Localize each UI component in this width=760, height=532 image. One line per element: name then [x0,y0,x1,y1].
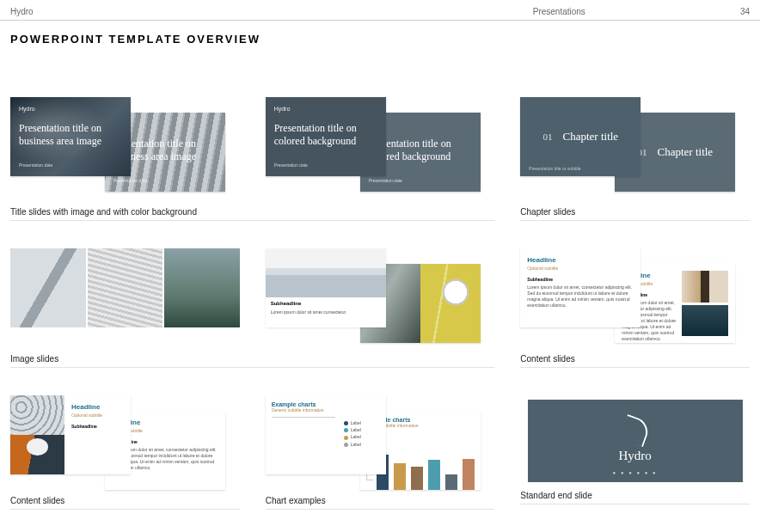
photo-machining [10,248,86,327]
chapter-number: 01 [543,131,553,142]
header-brand: Hydro [10,7,533,16]
slide-content-text: Headline Optional subtitle Subheadline L… [520,248,640,327]
thumb-stack-title-image: Hydro Presentation title on business are… [10,97,240,192]
content-body: Lorem ipsum dolor sit amet, consectetur … [527,284,634,309]
slide-logo: Hydro [274,106,377,112]
caption-content-slides-b: Content slides [10,491,240,510]
slide-chart-front: Example charts Generic subtitle informat… [266,395,386,474]
photo-people [682,271,729,303]
caption-chart-examples: Chart examples [266,491,495,510]
cell-content-slides-b: Headline Optional subtitle Subheadline L… [10,395,240,510]
photo-ocean [682,305,729,337]
cell-end-slide: Hydro ● ● ● ● ● ● Standard end slide [520,395,750,510]
slide-footer: Presentation date [19,162,122,168]
caption-image-slides: Image slides [10,349,494,368]
caption-body: Lorem ipsum dolor sit amet consectetur. [271,309,347,315]
social-icons-row: ● ● ● ● ● ● [613,470,658,475]
image-triple [10,248,240,327]
slide-footer: Presentation date [274,162,377,168]
chart-stack: Example charts Generic subtitle informat… [266,395,495,486]
caption-image-wrap: Image slides [10,349,494,370]
slide-end: Hydro ● ● ● ● ● ● [528,400,743,482]
cell-chart-examples: Example charts Generic subtitle informat… [266,395,495,510]
slide-content-b-front: Headline Optional subtitle Subheadline [10,395,131,474]
template-grid: Hydro Presentation title on business are… [0,97,760,527]
slide-title-color-front: Hydro Presentation title on colored back… [266,97,386,176]
slide-title-text: Presentation title on business area imag… [19,122,122,148]
content-subtitle: Optional subtitle [71,413,124,419]
caption-title-slides-wrap: Title slides with image and with color b… [10,202,494,223]
content-stack-a: Headline Optional subtitle Subheadline L… [520,248,750,339]
slide-image-caption-front: Subheadline Lorem ipsum dolor sit amet c… [266,248,386,327]
cell-chapter: 01 Chapter title 01 Chapter title Presen… [520,97,750,197]
chart-grouped-bars [272,417,335,418]
content-section: Subheadline [527,277,634,283]
slide-footer: Presentation date [369,178,472,183]
slide-footer: Presentation date [113,178,217,183]
thumb-stack-title-color: Hydro Presentation title on colored back… [266,97,495,192]
caption-content-slides-a: Content slides [520,349,750,368]
photo-aluminum-rods [10,395,64,435]
slide-logo: Hydro [19,106,122,112]
cell-title-image: Hydro Presentation title on business are… [10,97,240,197]
cell-title-color: Hydro Presentation title on colored back… [266,97,495,197]
header-section: Presentations [533,7,585,16]
caption-content-a-wrap: Content slides [520,349,750,370]
photo-coils [88,248,163,327]
cell-content-slides-a: Headline Optional subtitle Subheadline L… [520,248,750,344]
header-page-number: 34 [740,7,750,16]
chart-subtitle: Generic subtitle information [272,407,380,413]
hydro-logo-icon [618,414,651,447]
page-title: POWERPOINT TEMPLATE OVERVIEW [0,21,760,97]
photo-clouds-mountain [266,248,386,297]
caption-chapter: Chapter slides [520,202,750,221]
end-brand: Hydro [618,449,651,463]
chart-legend: Label Label Label Label [339,417,380,447]
caption-chapter-wrap: Chapter slides [520,202,750,223]
slide-footer: Presentation title or subtitle [529,166,580,171]
content-headline: Headline [71,402,124,412]
caption-end-slide: Standard end slide [520,486,750,504]
document-header: Hydro Presentations 34 [0,0,760,21]
chapter-title: Chapter title [658,145,714,159]
slide-title-text: Presentation title on colored background [274,122,377,148]
cell-image-captioned: Subheadline Lorem ipsum dolor sit amet c… [266,248,495,344]
slide-title-image-front: Hydro Presentation title on business are… [10,97,131,176]
slide-chapter-front: 01 Chapter title Presentation title or s… [520,97,640,176]
chapter-title: Chapter title [563,130,619,144]
chart-title: Example charts [272,401,380,407]
caption-heading: Subheadline [271,301,381,308]
chart-big-bars [377,432,475,490]
thumb-stack-chapter: 01 Chapter title 01 Chapter title Presen… [520,97,750,192]
content-headline: Headline [527,255,634,265]
image-caption-stack: Subheadline Lorem ipsum dolor sit amet c… [266,248,495,339]
content-section: Subheadline [71,424,124,430]
caption-title-slides: Title slides with image and with color b… [10,202,494,221]
image-caption-block: Subheadline Lorem ipsum dolor sit amet c… [266,297,386,327]
photo-worker-helmet [420,264,481,343]
photo-dam-aerial [164,248,240,327]
photo-worker-orange [10,435,64,474]
cell-image-triple [10,248,240,344]
content-stack-b: Headline Optional subtitle Subheadline L… [10,395,240,486]
end-slide-wrap: Hydro ● ● ● ● ● ● [520,395,750,486]
content-subtitle: Optional subtitle [527,266,634,272]
